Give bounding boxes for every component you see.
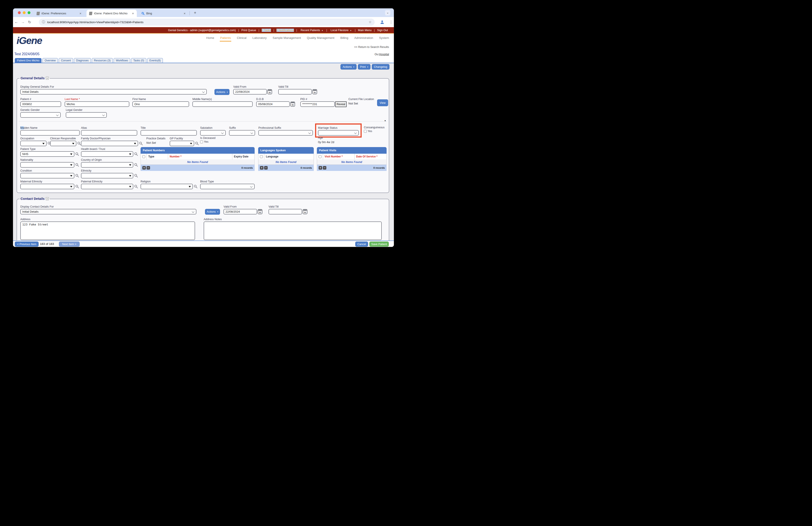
calendar-icon[interactable]: 31 (258, 209, 262, 214)
alias-input[interactable] (81, 130, 137, 136)
contact-valid-till-input[interactable] (269, 209, 302, 214)
search-lookup-icon[interactable] (139, 142, 143, 145)
add-row-button[interactable]: + (319, 166, 322, 170)
minimize-window-button[interactable] (23, 11, 26, 14)
country-of-origin-select[interactable] (81, 162, 133, 168)
notifications-link[interactable]: 2 Notifications (276, 29, 294, 32)
browser-tab-preferences[interactable]: iGene: Preferences × (34, 10, 84, 17)
search-lookup-icon[interactable] (77, 142, 81, 145)
family-doctor-select[interactable] (81, 141, 138, 146)
patient-type-select[interactable]: NHS (20, 151, 74, 157)
bookmark-star-icon[interactable]: ☆ (369, 20, 372, 24)
genetic-gender-select[interactable] (20, 112, 61, 118)
nav-quality-management[interactable]: Quality Management (307, 36, 334, 40)
sort-arrow-icon[interactable]: ▼ (384, 120, 386, 122)
is-deceased-checkbox[interactable] (200, 140, 203, 143)
back-icon[interactable]: ← (13, 20, 20, 24)
middle-name-input[interactable] (192, 101, 253, 107)
dob-input[interactable] (256, 101, 290, 107)
remove-row-button[interactable]: − (323, 166, 327, 170)
browser-tab-bing[interactable]: Bing × (139, 10, 188, 17)
nav-administration[interactable]: Administration (354, 36, 373, 40)
first-name-input[interactable] (132, 101, 189, 107)
reload-icon[interactable]: ↻ (26, 20, 33, 25)
close-tab-icon[interactable]: × (131, 12, 135, 15)
print-queue-link[interactable]: Print Queue (242, 29, 256, 32)
nav-sample-management[interactable]: Sample Management (273, 36, 301, 40)
cancel-button[interactable]: Cancel (355, 242, 368, 247)
close-tab-icon[interactable]: × (79, 12, 82, 15)
contact-actions-button[interactable]: Actions▾ (205, 209, 220, 215)
browser-menu-icon[interactable]: ⋮ (389, 20, 393, 25)
tab-diagnoses[interactable]: Diagnoses (74, 58, 91, 63)
health-board-select[interactable] (81, 151, 133, 157)
actions-button[interactable]: Actions▾ (340, 64, 356, 70)
recent-patients-menu[interactable]: Recent Patients▾ (300, 29, 324, 32)
title-input[interactable] (141, 130, 197, 136)
patient-number-input[interactable] (20, 101, 61, 107)
calendar-icon[interactable]: 31 (313, 89, 317, 94)
marriage-status-select[interactable] (318, 130, 359, 136)
browser-tab-patient[interactable]: iGene: Patient:Ono Michio × (87, 10, 137, 17)
religion-select[interactable] (141, 184, 193, 189)
nav-clinical[interactable]: Clinical (237, 36, 246, 40)
sign-out-link[interactable]: Sign Out (377, 29, 388, 32)
clinician-responsible-select[interactable] (50, 141, 76, 146)
select-all-checkbox[interactable] (142, 155, 145, 158)
legal-gender-select[interactable] (66, 112, 107, 118)
nav-laboratory[interactable]: Laboratory (252, 36, 267, 40)
maternal-ethnicity-select[interactable] (20, 184, 74, 189)
tab-resources[interactable]: Resources (3) (92, 58, 113, 63)
view-button[interactable]: View (377, 99, 388, 106)
add-row-button[interactable]: + (142, 166, 146, 170)
search-lookup-icon[interactable] (134, 185, 138, 188)
ethnicity-select[interactable] (81, 173, 133, 179)
condition-select[interactable] (20, 173, 74, 179)
ou-hospital-link[interactable]: Hospital (379, 53, 389, 56)
tab-events[interactable]: Events(6) (147, 58, 163, 63)
maiden-name-input[interactable] (20, 130, 79, 136)
search-lookup-icon[interactable] (195, 142, 199, 145)
add-row-button[interactable]: + (260, 166, 263, 170)
remove-row-button[interactable]: − (146, 166, 150, 170)
save-patient-button[interactable]: Save Patient (369, 242, 389, 247)
tab-overview[interactable]: Overview (42, 58, 58, 63)
forward-icon[interactable]: → (20, 20, 26, 24)
search-lookup-icon[interactable] (134, 163, 138, 167)
site-info-icon[interactable]: ⓘ (42, 20, 45, 24)
new-tab-button[interactable]: + (192, 10, 198, 15)
profile-avatar-icon[interactable] (380, 20, 385, 25)
zoom-window-button[interactable] (28, 11, 30, 14)
salutation-select[interactable] (200, 130, 226, 136)
collapse-section-button[interactable]: − (46, 76, 49, 80)
gp-facility-select[interactable] (170, 141, 194, 146)
reveal-button[interactable]: Reveal (335, 101, 347, 107)
url-text[interactable]: localhost:8080/App/App.html#action=ViewP… (47, 20, 369, 24)
search-lookup-icon[interactable] (134, 152, 138, 156)
previous-item-button[interactable]: < Previous Item (15, 242, 39, 247)
address-bar[interactable]: ⓘ localhost:8080/App/App.html#action=Vie… (39, 18, 375, 26)
display-general-details-select[interactable]: Initial Details (20, 89, 207, 95)
pid-input[interactable] (300, 101, 335, 107)
nationality-select[interactable] (20, 162, 74, 168)
tab-patient[interactable]: Patient:Ono Michio (15, 58, 42, 63)
calendar-icon[interactable]: 31 (303, 209, 307, 214)
search-lookup-icon[interactable] (75, 185, 79, 188)
print-button[interactable]: Print▾ (358, 64, 371, 70)
last-name-input[interactable] (64, 101, 129, 107)
close-tab-icon[interactable]: × (183, 12, 186, 15)
close-window-button[interactable] (18, 11, 21, 14)
tab-workflows[interactable]: Workflows (114, 58, 130, 63)
calendar-icon[interactable]: 31 (290, 102, 295, 106)
paternal-ethnicity-select[interactable] (81, 184, 133, 189)
local-filestore-menu[interactable]: Local Filestore▾ (330, 29, 352, 32)
occupation-select[interactable] (20, 141, 46, 146)
display-contact-details-select[interactable]: Initial Details (20, 209, 197, 214)
address-textarea[interactable]: 123 Fake Street (20, 222, 195, 240)
suffix-select[interactable] (229, 130, 255, 136)
tab-consent[interactable]: Consent (59, 58, 73, 63)
return-to-search-link[interactable]: << Return to Search Results (354, 45, 389, 48)
nav-system[interactable]: System (379, 36, 389, 40)
search-lookup-icon[interactable] (75, 163, 79, 167)
collapse-section-button[interactable]: − (46, 197, 49, 200)
